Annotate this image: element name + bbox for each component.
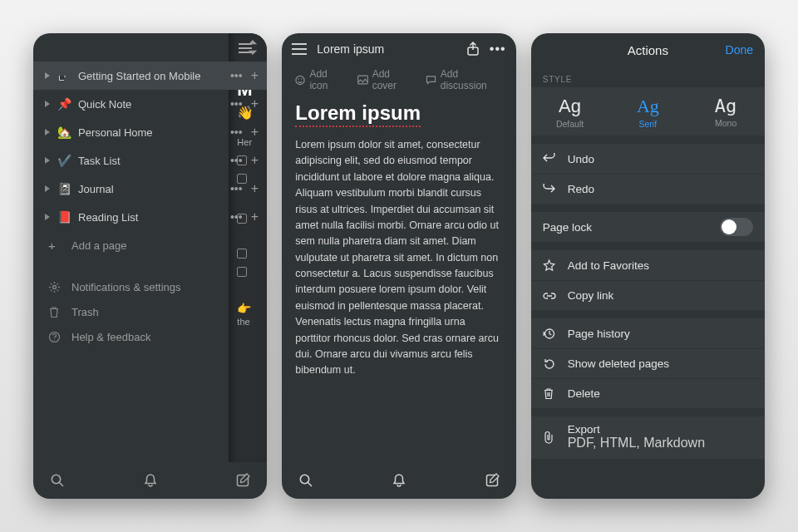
item-more-icon[interactable]: ••• — [227, 182, 245, 195]
sidebar-item-label: Personal Home — [78, 126, 227, 139]
doc-body[interactable]: Lorem ipsum dolor sit amet, consectetur … — [282, 127, 515, 379]
help-icon — [48, 331, 63, 343]
copy-link-button[interactable]: Copy link — [531, 280, 765, 310]
share-icon[interactable] — [466, 42, 480, 57]
add-icon-button[interactable]: Add icon — [295, 68, 345, 91]
item-add-icon[interactable]: + — [245, 209, 264, 224]
item-add-icon[interactable]: + — [245, 96, 264, 111]
item-more-icon[interactable]: ••• — [227, 97, 245, 111]
sidebar-item[interactable]: 📌Quick Note•••+ — [33, 90, 267, 118]
updates-bell-icon[interactable] — [143, 473, 158, 488]
compose-icon[interactable] — [235, 473, 250, 488]
style-default[interactable]: Ag Default — [531, 87, 609, 135]
compose-icon[interactable] — [485, 473, 500, 488]
style-mono[interactable]: Ag Mono — [687, 87, 765, 135]
history-icon — [543, 328, 558, 340]
page-lock-toggle[interactable]: Page lock — [531, 212, 765, 242]
add-favorites-button[interactable]: Add to Favorites — [531, 250, 765, 280]
item-add-icon[interactable]: + — [245, 125, 264, 140]
gear-icon — [48, 281, 63, 293]
svg-point-2 — [54, 339, 55, 340]
sidebar-utility[interactable]: Notifications & settings — [33, 274, 267, 299]
undo-button[interactable]: Undo — [531, 144, 765, 174]
plus-icon: + — [48, 239, 63, 253]
svg-point-9 — [301, 78, 302, 79]
page-emoji: 📓 — [57, 182, 71, 195]
restore-icon — [543, 357, 558, 370]
sidebar-item-label: Journal — [78, 183, 227, 195]
page-emoji: 🏡 — [57, 126, 71, 139]
star-icon — [543, 259, 558, 272]
sidebar-item-label: Task List — [78, 155, 227, 167]
svg-point-0 — [53, 285, 57, 288]
actions-title: Actions — [628, 43, 668, 57]
phone-actions: Actions Done STYLE Ag Default Ag Serif A… — [531, 33, 765, 499]
attachment-icon — [543, 431, 558, 444]
bottom-tab-bar — [282, 462, 515, 499]
trash-icon — [48, 306, 63, 318]
sidebar-item-label: Getting Started on Mobile — [78, 70, 227, 82]
link-icon — [543, 290, 558, 302]
export-button[interactable]: Export PDF, HTML, Markdown — [531, 416, 765, 459]
sidebar-utility[interactable]: Help & feedback — [33, 324, 267, 349]
delete-button[interactable]: Delete — [531, 378, 765, 408]
export-sublabel: PDF, HTML, Markdown — [568, 436, 705, 451]
sidebar-item[interactable]: 🏡Personal Home•••+ — [33, 118, 267, 146]
phone-sidebar: G M 👋 Her 👉 the Getting Started on Mobil… — [33, 33, 267, 499]
sidebar-item-label: Reading List — [78, 211, 227, 224]
item-add-icon[interactable]: + — [245, 181, 264, 196]
page-emoji: 📕 — [57, 210, 71, 224]
search-icon[interactable] — [50, 473, 65, 488]
more-icon[interactable]: ••• — [490, 42, 506, 57]
done-button[interactable]: Done — [726, 43, 753, 57]
svg-point-11 — [301, 475, 309, 483]
export-label: Export — [568, 423, 705, 436]
show-deleted-button[interactable]: Show deleted pages — [531, 348, 765, 378]
redo-icon — [543, 184, 558, 195]
svg-point-7 — [296, 76, 304, 84]
style-serif[interactable]: Ag Serif — [608, 87, 687, 135]
phone-document: Lorem ipsum ••• Add icon Add cover Add d… — [282, 33, 515, 499]
item-more-icon[interactable]: ••• — [227, 210, 245, 224]
add-discussion-button[interactable]: Add discussion — [426, 68, 503, 91]
item-add-icon[interactable]: + — [245, 153, 264, 168]
item-more-icon[interactable]: ••• — [227, 126, 245, 139]
sidebar-item[interactable]: 📓Journal•••+ — [33, 175, 267, 203]
item-more-icon[interactable]: ••• — [227, 69, 245, 82]
svg-point-3 — [52, 475, 60, 483]
add-page-label: Add a page — [71, 239, 127, 252]
undo-icon — [543, 153, 558, 165]
updates-bell-icon[interactable] — [392, 473, 406, 488]
toggle-switch[interactable] — [720, 218, 753, 236]
sidebar-item[interactable]: ✔️Task List•••+ — [33, 146, 267, 175]
workspace-switcher-icon[interactable] — [247, 40, 259, 55]
sidebar-utility[interactable]: Trash — [33, 299, 267, 324]
style-section-label: STYLE — [531, 66, 765, 87]
doc-title-bar: Lorem ipsum — [317, 42, 456, 56]
item-add-icon[interactable]: + — [245, 68, 264, 83]
hamburger-icon[interactable] — [292, 43, 307, 55]
doc-heading[interactable]: Lorem ipsum — [295, 101, 421, 127]
svg-line-12 — [308, 483, 313, 487]
svg-line-4 — [60, 483, 64, 487]
add-page-button[interactable]: + Add a page — [33, 231, 267, 259]
redo-button[interactable]: Redo — [531, 174, 765, 204]
sidebar-item[interactable]: Getting Started on Mobile•••+ — [33, 62, 267, 90]
sidebar-item[interactable]: 📕Reading List•••+ — [33, 203, 267, 231]
svg-point-8 — [298, 78, 299, 79]
page-history-button[interactable]: Page history — [531, 318, 765, 348]
search-icon[interactable] — [298, 473, 313, 488]
sidebar-item-label: Quick Note — [78, 98, 227, 111]
bottom-tab-bar — [33, 462, 267, 499]
page-emoji: 📌 — [57, 97, 71, 111]
add-cover-button[interactable]: Add cover — [357, 68, 414, 91]
page-emoji: ✔️ — [57, 154, 71, 167]
trash-icon — [543, 387, 558, 400]
item-more-icon[interactable]: ••• — [227, 154, 245, 167]
